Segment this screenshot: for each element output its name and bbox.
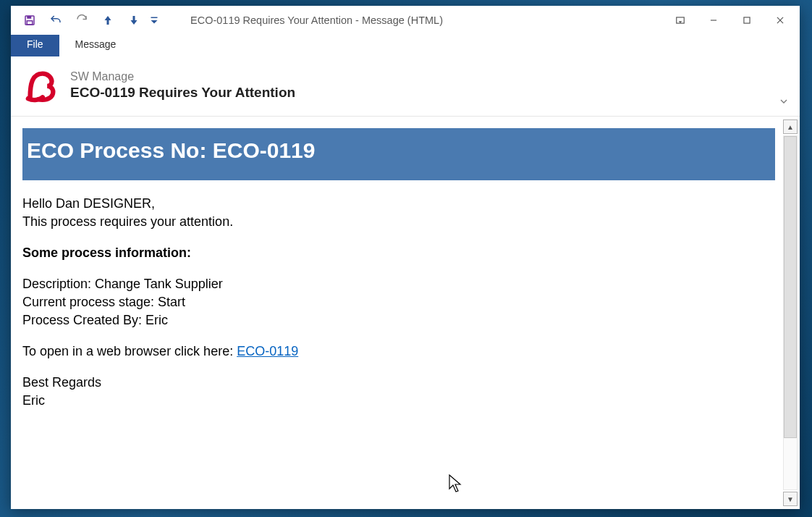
greeting-line: Hello Dan DESIGNER,: [22, 196, 775, 211]
svg-rect-2: [27, 21, 33, 25]
process-banner: ECO Process No: ECO-0119: [22, 128, 775, 180]
sender-info: SW Manage ECO-0119 Requires Your Attenti…: [70, 70, 295, 101]
save-icon[interactable]: [17, 7, 43, 33]
svg-rect-6: [744, 17, 750, 23]
minimize-button[interactable]: [697, 9, 730, 31]
maximize-button[interactable]: [730, 9, 764, 31]
scroll-up-button[interactable]: ▲: [783, 119, 798, 134]
close-button[interactable]: [764, 9, 797, 31]
scroll-track[interactable]: [783, 135, 798, 490]
open-process-link[interactable]: ECO-0119: [237, 344, 298, 358]
open-link-prefix: To open in a web browser click here:: [22, 344, 237, 358]
open-link-line: To open in a web browser click here: ECO…: [22, 344, 775, 359]
scroll-thumb[interactable]: [784, 136, 797, 438]
process-created-by: Process Created By: Eric: [22, 313, 775, 328]
svg-rect-1: [27, 16, 31, 19]
previous-item-icon[interactable]: [95, 7, 121, 33]
expand-header-icon[interactable]: [778, 96, 790, 110]
info-heading: Some process information:: [22, 245, 775, 261]
scroll-down-button[interactable]: ▼: [783, 492, 798, 506]
sender-name: SW Manage: [70, 70, 295, 83]
outlook-message-window: ECO-0119 Requires Your Attention - Messa…: [11, 6, 800, 509]
message-body: ECO Process No: ECO-0119 Hello Dan DESIG…: [11, 117, 782, 509]
regards-line-2: Eric: [22, 393, 775, 408]
next-item-icon[interactable]: [121, 7, 147, 33]
message-body-area: ECO Process No: ECO-0119 Hello Dan DESIG…: [11, 117, 800, 509]
process-description: Description: Change Tank Supplier: [22, 277, 775, 292]
message-header: SW Manage ECO-0119 Requires Your Attenti…: [11, 56, 800, 117]
undo-icon[interactable]: [43, 7, 69, 33]
title-bar: ECO-0119 Requires Your Attention - Messa…: [11, 6, 800, 35]
window-title: ECO-0119 Requires Your Attention - Messa…: [161, 14, 664, 26]
tab-message[interactable]: Message: [59, 35, 132, 56]
tab-file[interactable]: File: [11, 35, 59, 56]
vertical-scrollbar[interactable]: ▲ ▼: [782, 117, 800, 509]
customize-qat-icon[interactable]: [147, 7, 161, 33]
sender-avatar-icon: [20, 64, 63, 107]
message-subject: ECO-0119 Requires Your Attention: [70, 85, 295, 101]
redo-icon[interactable]: [69, 7, 95, 33]
ribbon-display-options-icon[interactable]: [664, 9, 697, 31]
process-stage: Current process stage: Start: [22, 295, 775, 310]
ribbon-tabs: File Message: [11, 35, 800, 56]
svg-rect-3: [151, 17, 158, 19]
regards-line-1: Best Regards: [22, 375, 775, 390]
attention-line: This process requires your attention.: [22, 214, 775, 230]
